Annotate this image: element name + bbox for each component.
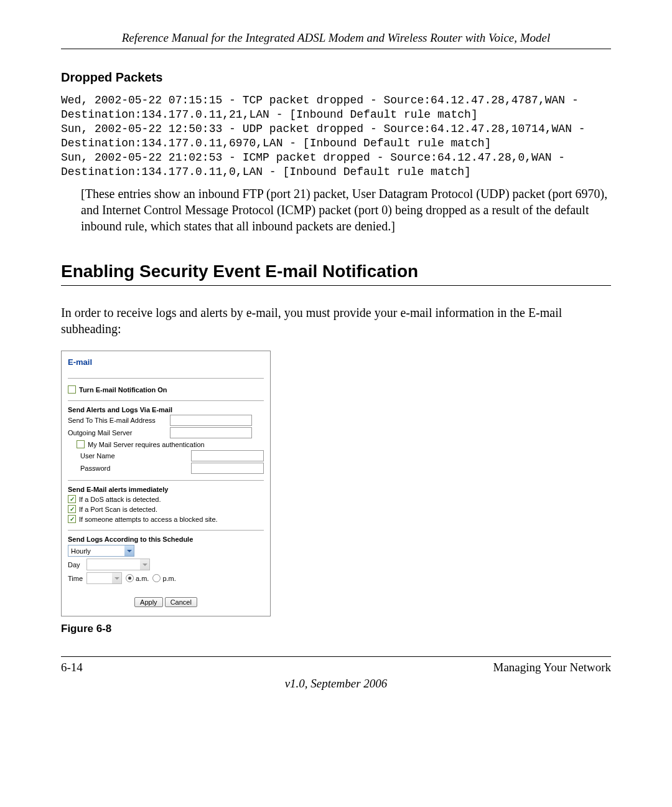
time-label: Time xyxy=(68,575,86,582)
turn-email-on-checkbox[interactable] xyxy=(68,385,76,394)
password-label: Password xyxy=(80,465,189,472)
dropped-packets-log: Wed, 2002-05-22 07:15:15 - TCP packet dr… xyxy=(61,93,611,179)
cancel-button[interactable]: Cancel xyxy=(165,597,197,607)
outgoing-server-label: Outgoing Mail Server xyxy=(68,429,167,437)
alerts-heading: Send E-Mail alerts immediately xyxy=(68,486,264,493)
day-label: Day xyxy=(68,561,86,569)
send-to-email-input[interactable] xyxy=(170,415,252,426)
email-settings-panel: E-mail Turn E-mail Notification On Send … xyxy=(61,351,271,616)
schedule-dropdown[interactable]: Hourly xyxy=(68,545,134,557)
dos-label: If a DoS attack is detected. xyxy=(79,496,161,503)
figure-caption: Figure 6-8 xyxy=(61,623,611,635)
blocked-site-label: If someone attempts to access a blocked … xyxy=(79,516,218,523)
day-dropdown[interactable] xyxy=(86,559,150,570)
auth-required-label: My Mail Server requires authentication xyxy=(88,441,205,448)
send-to-label: Send To This E-mail Address xyxy=(68,417,167,424)
dos-checkbox[interactable] xyxy=(68,495,76,503)
section-title-email-notification: Enabling Security Event E-mail Notificat… xyxy=(61,262,611,286)
chevron-down-icon xyxy=(124,545,134,556)
schedule-dropdown-value: Hourly xyxy=(68,547,93,555)
schedule-heading: Send Logs According to this Schedule xyxy=(68,536,264,543)
dropped-packets-heading: Dropped Packets xyxy=(61,70,611,85)
turn-email-on-label: Turn E-mail Notification On xyxy=(79,386,167,394)
portscan-label: If a Port Scan is detected. xyxy=(79,506,157,513)
dropped-packets-explanation: [These entries show an inbound FTP (port… xyxy=(81,186,611,234)
apply-button[interactable]: Apply xyxy=(134,597,163,607)
outgoing-server-input[interactable] xyxy=(170,427,252,438)
panel-heading-email: E-mail xyxy=(62,351,270,378)
page-footer: 6-14 Managing Your Network v1.0, Septemb… xyxy=(61,656,611,691)
portscan-checkbox[interactable] xyxy=(68,505,76,513)
pm-radio[interactable] xyxy=(152,574,161,582)
footer-version: v1.0, September 2006 xyxy=(61,677,611,691)
am-radio[interactable] xyxy=(126,574,134,582)
am-label: a.m. xyxy=(136,575,149,582)
pm-label: p.m. xyxy=(162,575,175,582)
blocked-site-checkbox[interactable] xyxy=(68,515,76,523)
section-intro-text: In order to receive logs and alerts by e… xyxy=(61,304,611,337)
chevron-down-icon xyxy=(140,559,149,570)
username-label: User Name xyxy=(80,452,189,460)
username-input[interactable] xyxy=(191,450,264,461)
time-dropdown[interactable] xyxy=(86,572,122,584)
page-header-title: Reference Manual for the Integrated ADSL… xyxy=(61,31,611,49)
chevron-down-icon xyxy=(112,573,121,583)
footer-section-name: Managing Your Network xyxy=(493,661,611,674)
footer-page-number: 6-14 xyxy=(61,661,83,674)
password-input[interactable] xyxy=(191,463,264,474)
send-via-heading: Send Alerts and Logs Via E-mail xyxy=(68,406,264,413)
auth-required-checkbox[interactable] xyxy=(77,440,85,448)
